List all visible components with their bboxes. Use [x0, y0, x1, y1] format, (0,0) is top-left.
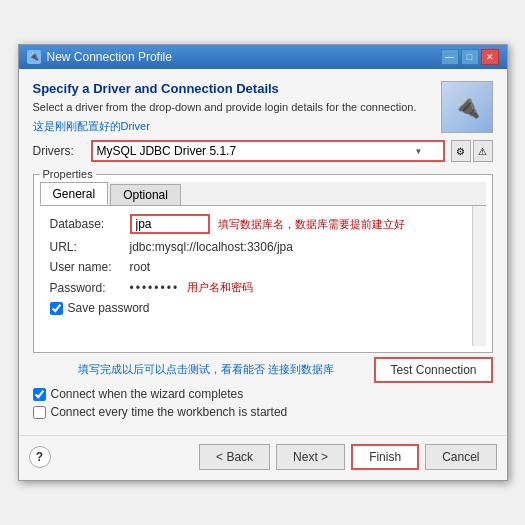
title-controls: — □ ✕: [441, 49, 499, 65]
footer-left: ?: [29, 446, 51, 468]
help-button[interactable]: ?: [29, 446, 51, 468]
tab-general[interactable]: General: [40, 182, 109, 205]
driver-annotation: 这是刚刚配置好的Driver: [33, 119, 433, 134]
close-button[interactable]: ✕: [481, 49, 499, 65]
drivers-label: Drivers:: [33, 144, 85, 158]
driver-row: Drivers: MySQL JDBC Driver 5.1.7 ⚙ ⚠: [33, 140, 493, 162]
url-value: jdbc:mysql://localhost:3306/jpa: [130, 240, 293, 254]
finish-button[interactable]: Finish: [351, 444, 419, 470]
bottom-annotation: 填写完成以后可以点击测试，看看能否 连接到数据库: [33, 362, 335, 377]
bottom-row: 填写完成以后可以点击测试，看看能否 连接到数据库 Test Connection: [33, 353, 493, 387]
connect-wizard-checkbox[interactable]: [33, 388, 46, 401]
url-label: URL:: [50, 240, 130, 254]
header-illustration: 🔌: [441, 81, 493, 133]
tabs-bar: General Optional: [40, 182, 486, 206]
save-password-checkbox[interactable]: [50, 302, 63, 315]
url-row: URL: jdbc:mysql://localhost:3306/jpa: [50, 240, 476, 254]
database-row: Database: 填写数据库名，数据库需要提前建立好: [50, 214, 476, 234]
gear-icon: ⚙: [456, 146, 465, 157]
warn-icon: ⚠: [478, 146, 487, 157]
back-button[interactable]: < Back: [199, 444, 270, 470]
dialog-footer: ? < Back Next > Finish Cancel: [19, 435, 507, 480]
checkboxes-area: Connect when the wizard completes Connec…: [33, 387, 493, 419]
main-window: 🔌 New Connection Profile — □ ✕ Specify a…: [18, 44, 508, 481]
connect-every-label: Connect every time the workbench is star…: [51, 405, 288, 419]
tab-scrollbar[interactable]: [472, 206, 486, 346]
properties-group: Properties General Optional: [33, 168, 493, 353]
bottom-annotation-area: 填写完成以后可以点击测试，看看能否 连接到数据库: [33, 358, 375, 381]
password-row: Password: •••••••• 用户名和密码: [50, 280, 476, 295]
tab-optional[interactable]: Optional: [110, 184, 181, 205]
driver-icons: ⚙ ⚠: [451, 140, 493, 162]
save-password-label: Save password: [68, 301, 150, 315]
properties-legend: Properties: [40, 168, 96, 180]
password-annotation: 用户名和密码: [187, 280, 253, 295]
footer-right: < Back Next > Finish Cancel: [199, 444, 496, 470]
window-icon: 🔌: [27, 50, 41, 64]
title-bar: 🔌 New Connection Profile — □ ✕: [19, 45, 507, 69]
maximize-button[interactable]: □: [461, 49, 479, 65]
connect-wizard-row: Connect when the wizard completes: [33, 387, 493, 401]
username-row: User name: root: [50, 260, 476, 274]
connect-every-row: Connect every time the workbench is star…: [33, 405, 493, 419]
window-title: New Connection Profile: [47, 50, 172, 64]
driver-select-wrapper: MySQL JDBC Driver 5.1.7: [91, 140, 445, 162]
connect-every-checkbox[interactable]: [33, 406, 46, 419]
tab-general-content: Database: 填写数据库名，数据库需要提前建立好 URL: jdbc:my…: [40, 206, 486, 346]
driver-warn-button[interactable]: ⚠: [473, 140, 493, 162]
section-title: Specify a Driver and Connection Details: [33, 81, 433, 96]
main-content: Specify a Driver and Connection Details …: [19, 69, 507, 435]
database-annotation: 填写数据库名，数据库需要提前建立好: [218, 217, 405, 232]
section-description: Select a driver from the drop-down and p…: [33, 100, 433, 115]
database-label: Database:: [50, 217, 130, 231]
username-label: User name:: [50, 260, 130, 274]
save-password-row: Save password: [50, 301, 476, 315]
connect-wizard-label: Connect when the wizard completes: [51, 387, 244, 401]
database-input[interactable]: [130, 214, 210, 234]
next-button[interactable]: Next >: [276, 444, 345, 470]
cancel-button[interactable]: Cancel: [425, 444, 496, 470]
password-value: ••••••••: [130, 281, 180, 295]
driver-select[interactable]: MySQL JDBC Driver 5.1.7: [91, 140, 445, 162]
driver-edit-button[interactable]: ⚙: [451, 140, 471, 162]
test-connection-button[interactable]: Test Connection: [374, 357, 492, 383]
title-bar-left: 🔌 New Connection Profile: [27, 50, 172, 64]
minimize-button[interactable]: —: [441, 49, 459, 65]
password-label: Password:: [50, 281, 130, 295]
username-value: root: [130, 260, 151, 274]
